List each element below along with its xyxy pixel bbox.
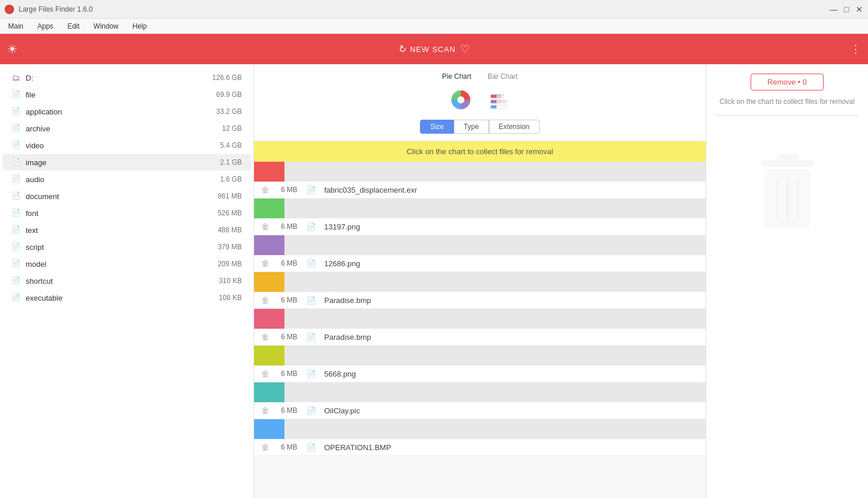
file-info-row: 🗑 6 MB 📄 OPERATION1.BMP (254, 439, 706, 456)
color-bar[interactable] (254, 346, 284, 365)
file-info-row: 🗑 6 MB 📄 fabric035_displacement.exr (254, 182, 706, 198)
file-size: 6 MB (274, 222, 297, 231)
trash-icon[interactable]: 🗑 (261, 369, 269, 378)
pie-chart-button[interactable] (447, 86, 474, 115)
new-scan-button[interactable]: ↻ NEW SCAN (398, 44, 456, 55)
menu-main[interactable]: Main (5, 21, 27, 32)
file-doc-icon: 📄 (307, 443, 316, 452)
sidebar-item-D[interactable]: 🗂 D: 126.6 GB (2, 69, 251, 86)
main-layout: 🗂 D: 126.6 GB 📄 file 69.9 GB 📄 applicati… (0, 64, 868, 498)
file-size: 6 MB (274, 370, 297, 378)
sidebar-item-shortcut[interactable]: 📄 shortcut 310 KB (2, 273, 251, 289)
trash-icon[interactable]: 🗑 (261, 222, 269, 231)
sidebar-item-archive[interactable]: 📄 archive 12 GB (2, 120, 251, 137)
file-list[interactable]: 🗑 6 MB 📄 fabric035_displacement.exr 🗑 6 … (254, 162, 706, 498)
color-bar-bg (284, 198, 706, 218)
heart-icon[interactable]: ♡ (460, 43, 470, 55)
menu-edit[interactable]: Edit (64, 21, 83, 32)
sidebar-item-model[interactable]: 📄 model 209 MB (2, 256, 251, 272)
sidebar-item-size: 5.4 GB (220, 141, 242, 149)
color-bar[interactable] (254, 309, 284, 329)
color-bar[interactable] (254, 235, 284, 255)
trash-icon[interactable]: 🗑 (261, 332, 269, 342)
notice-bar: Click on the chart to collect files for … (254, 141, 706, 162)
sidebar-item-label: script (26, 243, 218, 252)
view-tab-extension[interactable]: Extension (489, 120, 540, 134)
view-tab-size[interactable]: Size (420, 120, 453, 134)
trash-icon[interactable]: 🗑 (261, 185, 269, 194)
remove-button[interactable]: Remove • 0 (751, 74, 824, 90)
file-size: 6 MB (274, 406, 297, 415)
sidebar-item-application[interactable]: 📄 application 33.2 GB (2, 103, 251, 120)
bar-chart-button[interactable] (486, 86, 513, 115)
sidebar-item-size: 69.9 GB (216, 90, 242, 99)
color-bar[interactable] (254, 382, 284, 402)
menu-help[interactable]: Help (129, 21, 151, 32)
sidebar-item-font[interactable]: 📄 font 526 MB (2, 205, 251, 221)
sidebar-item-label: video (26, 141, 220, 150)
close-button[interactable]: ✕ (855, 5, 863, 13)
sidebar-item-text[interactable]: 📄 text 488 MB (2, 222, 251, 238)
color-bar[interactable] (254, 162, 284, 182)
file-icon: 📄 (12, 107, 21, 116)
file-icon: 📄 (12, 242, 21, 252)
sidebar-item-script[interactable]: 📄 script 379 MB (2, 239, 251, 255)
chart-icon-group (254, 86, 706, 115)
sidebar-item-executable[interactable]: 📄 executable 108 KB (2, 290, 251, 306)
sun-icon[interactable]: ☀ (7, 43, 18, 55)
color-bar[interactable] (254, 198, 284, 218)
color-bar-row (254, 272, 706, 292)
share-icon[interactable]: ⋮ (850, 43, 861, 55)
color-bar-bg (284, 235, 706, 255)
trash-icon[interactable]: 🗑 (261, 443, 269, 452)
sidebar-item-file[interactable]: 📄 file 69.9 GB (2, 86, 251, 103)
file-icon: 📄 (12, 141, 21, 150)
view-tab-type[interactable]: Type (454, 120, 489, 134)
color-bar[interactable] (254, 272, 284, 292)
trash-icon[interactable]: 🗑 (261, 295, 269, 305)
bar-chart-icon (488, 89, 511, 111)
file-doc-icon: 📄 (307, 259, 316, 268)
sidebar-item-label: D: (26, 74, 212, 82)
sidebar: 🗂 D: 126.6 GB 📄 file 69.9 GB 📄 applicati… (0, 64, 254, 498)
trash-icon[interactable]: 🗑 (261, 406, 269, 415)
sidebar-item-video[interactable]: 📄 video 5.4 GB (2, 137, 251, 154)
file-doc-icon: 📄 (307, 406, 316, 415)
sidebar-item-label: archive (26, 124, 222, 133)
sidebar-item-label: file (26, 90, 216, 99)
file-doc-icon: 📄 (307, 333, 316, 342)
app-title: Large Files Finder 1.6.0 (19, 5, 829, 13)
tab-bar-chart[interactable]: Bar Chart (485, 71, 520, 82)
sidebar-item-label: document (26, 192, 218, 201)
toolbar-center: ↻ NEW SCAN ♡ (398, 43, 470, 55)
file-info-row: 🗑 6 MB 📄 5668.png (254, 365, 706, 382)
color-bar[interactable] (254, 419, 284, 439)
sidebar-item-label: shortcut (26, 277, 219, 285)
svg-rect-9 (491, 95, 501, 98)
menu-window[interactable]: Window (90, 21, 122, 32)
file-icon: 📄 (12, 259, 21, 269)
sidebar-item-image[interactable]: 📄 image 2.1 GB (2, 154, 251, 170)
panel-divider (716, 115, 859, 116)
file-row-wrapper: 🗑 6 MB 📄 OilClay.pic (254, 382, 706, 419)
menu-apps[interactable]: Apps (34, 21, 57, 32)
sidebar-item-size: 33.2 GB (216, 107, 242, 116)
sidebar-item-audio[interactable]: 📄 audio 1.6 GB (2, 171, 251, 187)
sidebar-item-document[interactable]: 📄 document 861 MB (2, 188, 251, 204)
file-size: 6 MB (274, 259, 297, 267)
tab-pie-chart[interactable]: Pie Chart (440, 71, 474, 82)
minimize-button[interactable]: — (829, 5, 838, 13)
title-bar: Large Files Finder 1.6.0 — □ ✕ (0, 0, 868, 19)
maximize-button[interactable]: □ (842, 5, 850, 13)
file-row-wrapper: 🗑 6 MB 📄 13197.png (254, 198, 706, 235)
file-name: Paradise.bmp (324, 333, 371, 342)
trash-icon[interactable]: 🗑 (261, 259, 269, 268)
file-row-wrapper: 🗑 6 MB 📄 12686.png (254, 235, 706, 272)
svg-rect-14 (776, 177, 778, 218)
chart-section: Pie Chart Bar Chart (254, 64, 706, 141)
sidebar-item-label: font (26, 209, 218, 218)
file-row-wrapper: 🗑 6 MB 📄 Paradise.bmp (254, 309, 706, 346)
file-doc-icon: 📄 (307, 370, 316, 378)
color-bar-row (254, 162, 706, 182)
sidebar-item-size: 526 MB (218, 209, 242, 217)
